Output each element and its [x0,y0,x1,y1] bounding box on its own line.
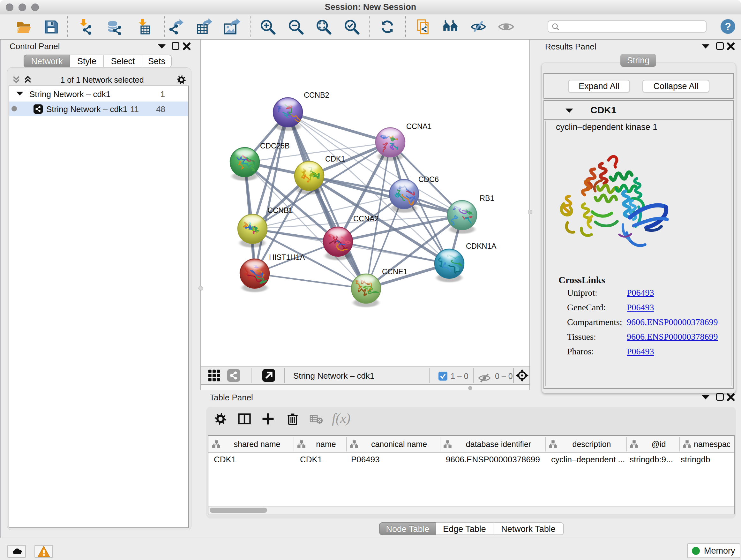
svg-text:CCNB1: CCNB1 [267,206,293,214]
svg-text:CCNB2: CCNB2 [304,91,329,99]
svg-text:CCNE1: CCNE1 [382,267,408,276]
svg-text:CDC6: CDC6 [418,175,439,184]
svg-text:CDK1: CDK1 [325,155,345,163]
svg-text:CDKN1A: CDKN1A [466,242,496,250]
svg-text:CCNA1: CCNA1 [406,122,432,131]
svg-text:HIST1H1A: HIST1H1A [269,253,305,261]
svg-text:CDC25B: CDC25B [260,142,290,150]
svg-text:CCNA2: CCNA2 [353,214,379,223]
svg-text:RB1: RB1 [480,194,494,202]
